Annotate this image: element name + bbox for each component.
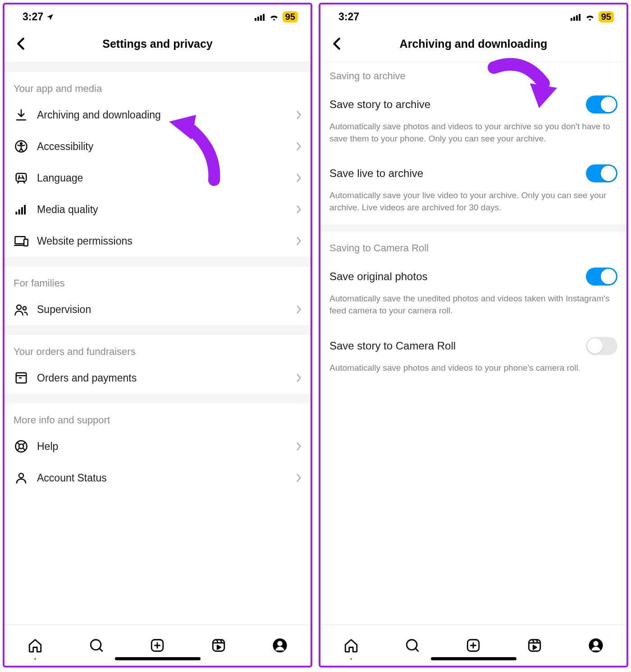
cellular-icon [571, 14, 581, 21]
row-label: Help [37, 440, 296, 453]
status-bar: 3:27 95 [5, 5, 311, 27]
svg-point-13 [17, 305, 21, 309]
toggle-row-live-archive: Save live to archive [320, 155, 626, 187]
svg-rect-30 [529, 640, 541, 651]
chevron-right-icon [296, 442, 302, 451]
svg-rect-0 [255, 18, 256, 21]
chevron-right-icon [296, 142, 302, 151]
section-header-more-info: More info and support [5, 404, 311, 431]
toggle-row-story-camera-roll: Save story to Camera Roll [320, 328, 626, 359]
toggle-label: Save live to archive [329, 167, 423, 180]
toggle-desc: Automatically save photos and videos to … [320, 359, 626, 385]
section-gap [5, 325, 311, 335]
phone-left: 3:27 95 Settings and privacy Your app an… [3, 3, 312, 667]
phone-right: 3:27 95 Archiving and downloading Saving… [319, 3, 628, 667]
chevron-right-icon [296, 473, 302, 482]
svg-rect-24 [571, 18, 572, 21]
status-time: 3:27 [338, 11, 359, 23]
section-header-app-media: Your app and media [5, 72, 311, 99]
svg-rect-2 [260, 15, 262, 21]
tab-create[interactable] [463, 636, 483, 655]
home-indicator[interactable] [431, 657, 517, 660]
chevron-right-icon [296, 205, 302, 214]
row-label: Accessibility [37, 141, 296, 153]
svg-rect-25 [573, 17, 575, 21]
tab-home[interactable] [25, 636, 45, 655]
chevron-right-icon [296, 236, 302, 245]
section-gap [320, 224, 626, 232]
row-label: Archiving and downloading [37, 109, 296, 121]
battery-badge: 95 [283, 11, 298, 23]
toggle-story-archive[interactable] [586, 95, 617, 114]
row-label: Media quality [37, 204, 296, 216]
chevron-right-icon [296, 305, 302, 314]
tab-profile[interactable] [586, 636, 606, 655]
toggle-label: Save story to Camera Roll [329, 340, 456, 352]
toggle-desc: Automatically save photos and videos to … [320, 118, 626, 155]
toggle-original-photos[interactable] [586, 268, 617, 286]
cellular-icon [255, 14, 265, 21]
back-button[interactable] [12, 35, 30, 53]
toggle-label: Save original photos [329, 270, 427, 283]
tab-reels[interactable] [209, 636, 229, 655]
section-header-families: For families [5, 267, 311, 294]
wifi-icon [585, 14, 595, 21]
toggle-live-archive[interactable] [586, 164, 617, 182]
svg-rect-8 [18, 209, 20, 214]
page-title: Archiving and downloading [320, 37, 626, 50]
row-label: Account Status [37, 472, 296, 484]
row-label: Website permissions [37, 235, 296, 247]
svg-rect-6 [16, 173, 27, 182]
row-help[interactable]: Help [5, 431, 311, 462]
svg-point-5 [20, 143, 22, 145]
toggle-row-original-photos: Save original photos [320, 259, 626, 290]
home-indicator[interactable] [115, 657, 201, 660]
tab-reels[interactable] [525, 636, 544, 655]
page-header: Settings and privacy [5, 27, 311, 62]
section-header-camera-roll: Saving to Camera Roll [320, 232, 626, 259]
row-orders-payments[interactable]: Orders and payments [5, 362, 311, 394]
row-language[interactable]: Language [5, 162, 311, 194]
svg-rect-21 [213, 640, 225, 651]
chevron-right-icon [296, 173, 302, 182]
svg-rect-1 [257, 17, 259, 21]
download-icon [14, 107, 29, 123]
chevron-right-icon [296, 110, 302, 119]
svg-rect-10 [24, 205, 26, 214]
row-label: Supervision [37, 304, 296, 316]
toggle-story-camera-roll[interactable] [586, 337, 617, 355]
page-header: Archiving and downloading [320, 27, 626, 62]
svg-rect-9 [21, 207, 23, 214]
toggle-desc: Automatically save the unedited photos a… [320, 290, 626, 327]
row-label: Language [37, 172, 296, 184]
notification-dot [350, 658, 352, 660]
row-accessibility[interactable]: Accessibility [5, 131, 311, 162]
row-archiving[interactable]: Archiving and downloading [5, 99, 311, 131]
toggle-row-story-archive: Save story to archive [320, 86, 626, 118]
chevron-right-icon [296, 373, 302, 382]
svg-rect-26 [576, 15, 578, 21]
tab-create[interactable] [147, 636, 167, 655]
svg-rect-3 [263, 14, 265, 21]
svg-rect-27 [579, 14, 581, 21]
section-header-orders: Your orders and fundraisers [5, 335, 311, 362]
row-supervision[interactable]: Supervision [5, 294, 311, 325]
row-media-quality[interactable]: Media quality [5, 194, 311, 225]
tab-home[interactable] [341, 636, 361, 655]
status-bar: 3:27 95 [320, 5, 626, 27]
svg-point-17 [19, 444, 23, 449]
tab-profile[interactable] [270, 636, 290, 655]
tab-search[interactable] [402, 636, 422, 655]
svg-point-23 [277, 641, 282, 646]
devices-icon [14, 233, 29, 249]
row-website-permissions[interactable]: Website permissions [5, 225, 311, 257]
battery-badge: 95 [599, 11, 614, 23]
back-button[interactable] [328, 35, 346, 53]
svg-rect-7 [16, 212, 18, 214]
toggle-desc: Automatically save your live video to yo… [320, 187, 626, 224]
box-icon [14, 370, 29, 386]
tab-search[interactable] [87, 636, 106, 655]
section-header-archive: Saving to archive [320, 62, 626, 86]
section-gap [5, 394, 311, 404]
row-account-status[interactable]: Account Status [5, 462, 311, 494]
